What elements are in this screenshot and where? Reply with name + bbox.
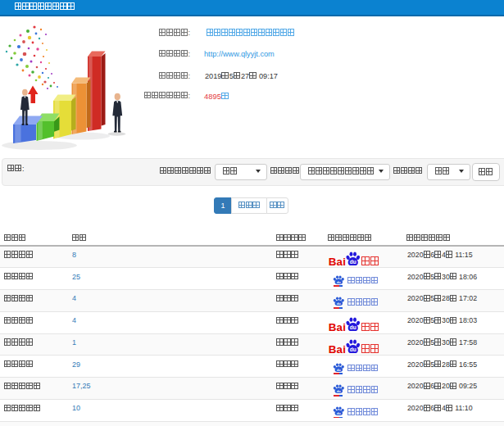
svg-text:du: du (337, 368, 341, 371)
svg-text:du: du (349, 259, 356, 265)
svg-text:du: du (349, 324, 356, 330)
svg-text:du: du (337, 302, 341, 306)
svg-text:du: du (337, 280, 341, 283)
svg-text:du: du (337, 412, 341, 415)
svg-text:du: du (337, 390, 341, 393)
svg-text:du: du (349, 347, 356, 352)
